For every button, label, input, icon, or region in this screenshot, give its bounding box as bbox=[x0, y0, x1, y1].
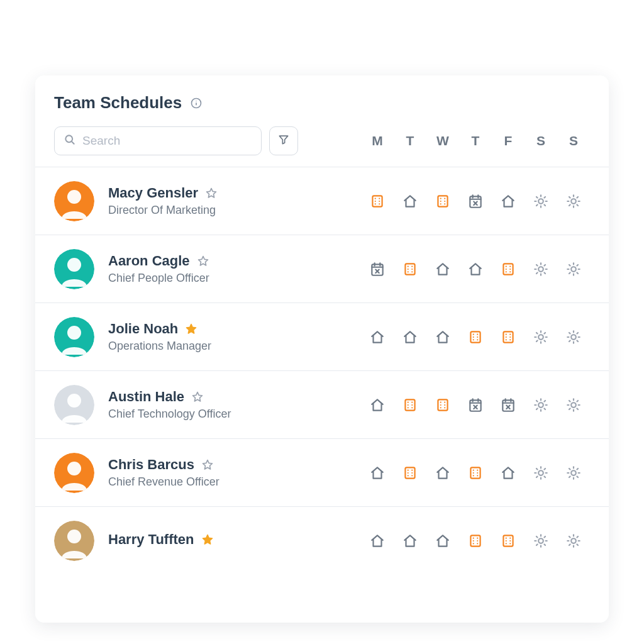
svg-line-167 bbox=[569, 408, 570, 409]
person-row[interactable]: Aaron CagleChief People Officer bbox=[35, 235, 609, 303]
svg-line-158 bbox=[536, 408, 538, 409]
schedule-cell[interactable] bbox=[557, 533, 590, 549]
schedule-cell[interactable] bbox=[557, 193, 590, 209]
home-icon bbox=[435, 329, 451, 345]
schedule-cell[interactable] bbox=[394, 533, 426, 549]
svg-line-168 bbox=[577, 400, 578, 401]
person-info: Chris BarcusChief Revenue Officer bbox=[108, 457, 361, 489]
schedule-cell[interactable] bbox=[426, 533, 459, 549]
info-icon[interactable] bbox=[189, 96, 203, 110]
schedule-cell[interactable] bbox=[557, 465, 590, 481]
star-outline-icon[interactable] bbox=[204, 186, 218, 200]
home-icon bbox=[369, 329, 386, 345]
day-header: S bbox=[525, 133, 557, 148]
star-filled-icon[interactable] bbox=[184, 322, 198, 336]
schedule-cell[interactable] bbox=[426, 261, 459, 277]
name-row: Aaron Cagle bbox=[108, 253, 361, 269]
schedule-cell[interactable] bbox=[426, 193, 459, 209]
person-name: Aaron Cagle bbox=[108, 253, 190, 269]
schedule-cell[interactable] bbox=[361, 193, 394, 209]
name-row: Austin Hale bbox=[108, 389, 361, 405]
schedule-cell[interactable] bbox=[492, 329, 525, 345]
schedule-cell[interactable] bbox=[525, 193, 557, 209]
schedule-cell[interactable] bbox=[394, 329, 426, 345]
schedule-cell[interactable] bbox=[492, 465, 525, 481]
star-filled-icon[interactable] bbox=[201, 533, 214, 547]
schedule-cell[interactable] bbox=[361, 465, 394, 481]
person-row[interactable]: Chris BarcusChief Revenue Officer bbox=[35, 438, 609, 506]
schedule-cell[interactable] bbox=[557, 397, 590, 413]
person-row[interactable]: Macy GenslerDirector Of Marketing bbox=[35, 167, 609, 235]
svg-rect-145 bbox=[502, 400, 513, 411]
schedule-cell[interactable] bbox=[459, 465, 492, 481]
sun-icon bbox=[565, 397, 582, 413]
avatar[interactable] bbox=[54, 249, 94, 289]
schedule-cell[interactable] bbox=[492, 193, 525, 209]
svg-rect-207 bbox=[470, 535, 480, 546]
schedule-cell[interactable] bbox=[459, 397, 492, 413]
svg-rect-132 bbox=[438, 399, 447, 410]
schedule-cell[interactable] bbox=[459, 261, 492, 277]
svg-line-194 bbox=[544, 468, 545, 469]
office-icon bbox=[500, 329, 516, 345]
home-icon bbox=[369, 397, 386, 413]
svg-line-84 bbox=[577, 272, 578, 274]
star-outline-icon[interactable] bbox=[191, 390, 204, 404]
avatar[interactable] bbox=[54, 385, 94, 425]
svg-point-6 bbox=[67, 190, 81, 204]
svg-line-236 bbox=[577, 544, 578, 545]
avatar[interactable] bbox=[54, 453, 94, 493]
schedule-cell[interactable] bbox=[361, 397, 394, 413]
schedule-cell[interactable] bbox=[525, 329, 557, 345]
schedule-cell[interactable] bbox=[525, 261, 557, 277]
svg-line-192 bbox=[544, 476, 545, 477]
search-input[interactable] bbox=[82, 134, 252, 148]
schedule-cell[interactable] bbox=[492, 261, 525, 277]
schedule-cell[interactable] bbox=[525, 533, 557, 549]
schedule-cell[interactable] bbox=[459, 329, 492, 345]
filter-button[interactable] bbox=[269, 126, 298, 155]
star-outline-icon[interactable] bbox=[196, 254, 210, 268]
avatar[interactable] bbox=[54, 521, 94, 561]
person-row[interactable]: Harry Tufften bbox=[35, 506, 609, 574]
schedule-cell[interactable] bbox=[361, 329, 394, 345]
schedule-cell[interactable] bbox=[459, 533, 492, 549]
schedule-cell[interactable] bbox=[426, 329, 459, 345]
schedule-cell[interactable] bbox=[492, 533, 525, 549]
home-icon bbox=[500, 193, 516, 209]
avatar[interactable] bbox=[54, 181, 94, 221]
svg-point-69 bbox=[538, 267, 543, 272]
svg-line-226 bbox=[536, 536, 538, 537]
person-name: Chris Barcus bbox=[108, 457, 194, 473]
sun-icon bbox=[533, 465, 549, 481]
schedule-cell[interactable] bbox=[394, 261, 426, 277]
office-icon bbox=[402, 261, 418, 277]
calendar-off-icon bbox=[467, 193, 484, 209]
svg-rect-90 bbox=[470, 331, 480, 342]
schedule-cell[interactable] bbox=[394, 465, 426, 481]
days-header: MTWTFSS bbox=[361, 133, 590, 148]
schedule-cell[interactable] bbox=[394, 397, 426, 413]
svg-point-88 bbox=[67, 326, 81, 340]
sun-icon bbox=[533, 533, 549, 549]
schedule-cell[interactable] bbox=[525, 465, 557, 481]
person-row[interactable]: Austin HaleChief Technology Officer bbox=[35, 370, 609, 438]
avatar[interactable] bbox=[54, 317, 94, 357]
svg-marker-48 bbox=[198, 257, 208, 266]
schedule-cell[interactable] bbox=[525, 397, 557, 413]
person-row[interactable]: Jolie NoahOperations Manager bbox=[35, 303, 609, 370]
schedule-cell[interactable] bbox=[492, 397, 525, 413]
schedule-cell[interactable] bbox=[426, 397, 459, 413]
schedule-cell[interactable] bbox=[557, 329, 590, 345]
schedule-cell[interactable] bbox=[361, 533, 394, 549]
search-field[interactable] bbox=[54, 126, 262, 155]
schedule-cell[interactable] bbox=[557, 261, 590, 277]
star-outline-icon[interactable] bbox=[201, 458, 214, 472]
schedule-cell[interactable] bbox=[426, 465, 459, 481]
schedule-cell[interactable] bbox=[361, 261, 394, 277]
schedule-row bbox=[361, 397, 590, 413]
schedule-cell[interactable] bbox=[459, 193, 492, 209]
person-name: Harry Tufften bbox=[108, 531, 194, 548]
schedule-cell[interactable] bbox=[394, 193, 426, 209]
svg-line-191 bbox=[536, 468, 538, 469]
